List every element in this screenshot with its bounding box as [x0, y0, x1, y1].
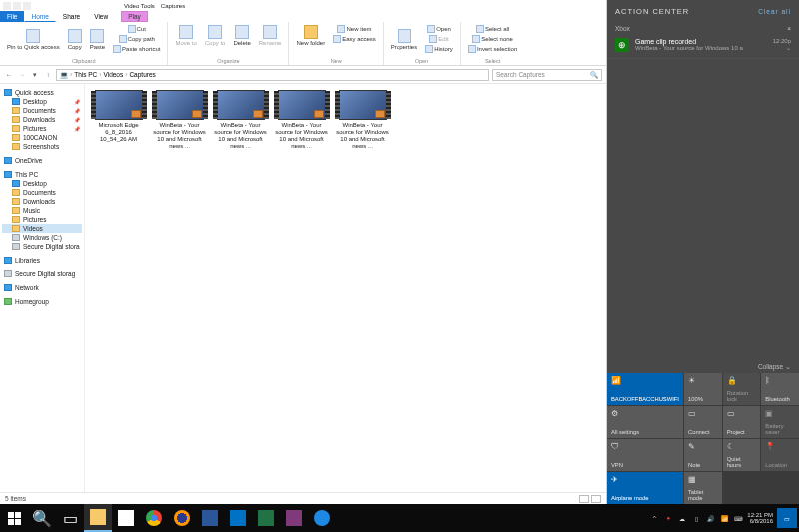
quick-action-tile[interactable]: ▭Connect	[684, 406, 722, 438]
properties-icon[interactable]	[13, 2, 21, 10]
tab-view[interactable]: View	[87, 11, 115, 22]
recent-locations-button[interactable]: ▾	[30, 70, 40, 80]
wifi-icon[interactable]: 📶	[719, 513, 729, 523]
quick-action-tile[interactable]: 📍Location	[761, 439, 799, 471]
nav-desktop-2[interactable]: Desktop	[2, 179, 82, 188]
nav-sd-card[interactable]: Secure Digital stora	[2, 242, 82, 251]
taskbar-onenote[interactable]	[280, 504, 308, 532]
clock[interactable]: 12:21 PM 6/8/2016	[747, 512, 773, 525]
clear-all-button[interactable]: Clear all	[758, 8, 791, 15]
details-view-button[interactable]	[579, 495, 589, 503]
quick-action-tile[interactable]: ✎Note	[684, 439, 722, 471]
copy-button[interactable]: Copy	[65, 24, 85, 54]
quick-action-tile[interactable]: ▭Project	[723, 406, 761, 438]
back-button[interactable]: ←	[4, 70, 14, 80]
nav-onedrive[interactable]: OneDrive	[2, 156, 82, 165]
quick-action-tile[interactable]: ▣Battery saver	[761, 406, 799, 438]
taskbar-file-explorer[interactable]	[84, 504, 112, 532]
tray-overflow-button[interactable]: ^	[649, 513, 659, 523]
folder-icon[interactable]	[3, 2, 11, 10]
tab-file[interactable]: File	[0, 11, 24, 22]
nav-pictures[interactable]: Pictures📌	[2, 124, 82, 133]
nav-c-drive[interactable]: Windows (C:)	[2, 233, 82, 242]
edit-button[interactable]: Edit	[422, 34, 456, 44]
pin-quick-access-button[interactable]: Pin to Quick access	[4, 24, 63, 54]
taskbar-chrome[interactable]	[140, 504, 168, 532]
quick-action-tile[interactable]: ✈Airplane mode	[607, 472, 683, 504]
move-to-button[interactable]: Move to	[172, 24, 199, 47]
window-titlebar[interactable]: Video Tools Captures	[0, 0, 606, 11]
navigation-pane[interactable]: Quick access Desktop📌 Documents📌 Downloa…	[0, 84, 85, 492]
thumbnails-view-button[interactable]	[591, 495, 601, 503]
rename-button[interactable]: Rename	[256, 24, 285, 47]
new-item-button[interactable]: New item	[330, 24, 379, 34]
nav-pictures-2[interactable]: Pictures	[2, 215, 82, 224]
select-all-button[interactable]: Select all	[465, 24, 520, 34]
battery-icon[interactable]: ▯	[691, 513, 701, 523]
nav-downloads[interactable]: Downloads📌	[2, 115, 82, 124]
nav-documents-2[interactable]: Documents	[2, 188, 82, 197]
nav-desktop[interactable]: Desktop📌	[2, 97, 82, 106]
nav-videos[interactable]: Videos	[2, 224, 82, 233]
quick-action-tile[interactable]: ☀100%	[684, 373, 722, 405]
search-input[interactable]: Search Captures 🔍	[492, 69, 602, 81]
file-item[interactable]: WinBeta - Your source for Windows 10 and…	[274, 90, 329, 150]
select-none-button[interactable]: Select none	[465, 34, 520, 44]
quick-action-tile[interactable]: ☾Quiet hours	[723, 439, 761, 471]
nav-network[interactable]: Network	[2, 283, 82, 292]
nav-downloads-2[interactable]: Downloads	[2, 197, 82, 206]
invert-selection-button[interactable]: Invert selection	[465, 44, 520, 54]
delete-button[interactable]: Delete	[230, 24, 253, 47]
keyboard-icon[interactable]: ⌨	[733, 513, 743, 523]
new-folder-icon[interactable]	[23, 2, 31, 10]
nav-documents[interactable]: Documents📌	[2, 106, 82, 115]
cut-button[interactable]: Cut	[110, 24, 163, 34]
collapse-button[interactable]: Collapse ⌄	[607, 361, 799, 373]
tab-share[interactable]: Share	[56, 11, 87, 22]
easy-access-button[interactable]: Easy access	[330, 34, 379, 44]
taskbar-excel[interactable]	[252, 504, 280, 532]
quick-action-tile[interactable]: ᛒBluetooth	[761, 373, 799, 405]
quick-action-tile[interactable]: 📶BACKOFFBACCHUSWIFI	[607, 373, 683, 405]
breadcrumb-captures[interactable]: Captures	[129, 71, 155, 78]
quick-action-tile[interactable]: 🔒Rotation lock	[723, 373, 761, 405]
up-button[interactable]: ↑	[43, 70, 53, 80]
nav-sd-card-2[interactable]: Secure Digital storag	[2, 269, 82, 278]
taskbar-outlook[interactable]	[224, 504, 252, 532]
close-icon[interactable]: ×	[787, 25, 791, 32]
taskbar-ie[interactable]	[308, 504, 336, 532]
taskbar-firefox[interactable]	[168, 504, 196, 532]
nav-100canon[interactable]: 100CANON	[2, 133, 82, 142]
nav-this-pc[interactable]: This PC	[2, 170, 82, 179]
breadcrumb[interactable]: 💻 › This PC › Videos › Captures	[56, 69, 489, 81]
tab-play[interactable]: Play	[121, 11, 148, 22]
volume-icon[interactable]: 🔊	[705, 513, 715, 523]
tab-home[interactable]: Home	[24, 11, 55, 22]
start-button[interactable]	[0, 504, 28, 532]
taskbar-store[interactable]	[112, 504, 140, 532]
file-item[interactable]: Microsoft Edge 6_8_2016 10_54_26 AM	[91, 90, 146, 150]
quick-action-tile[interactable]: 🛡VPN	[607, 439, 683, 471]
breadcrumb-videos[interactable]: Videos	[103, 71, 123, 78]
nav-libraries[interactable]: Libraries	[2, 256, 82, 265]
properties-button[interactable]: Properties	[388, 24, 420, 54]
copy-path-button[interactable]: Copy path	[110, 34, 163, 44]
action-center-button[interactable]: ▭	[777, 508, 797, 528]
nav-quick-access[interactable]: Quick access	[2, 88, 82, 97]
notification-item[interactable]: ⊕ Game clip recorded WinBeta - Your sour…	[607, 34, 799, 59]
open-button[interactable]: Open	[422, 24, 456, 34]
file-item[interactable]: WinBeta - Your source for Windows 10 and…	[213, 90, 268, 150]
file-list[interactable]: Microsoft Edge 6_8_2016 10_54_26 AMWinBe…	[85, 84, 606, 492]
history-button[interactable]: History	[422, 44, 456, 54]
nav-screenshots[interactable]: Screenshots	[2, 142, 82, 151]
forward-button[interactable]: →	[17, 70, 27, 80]
new-folder-button[interactable]: New folder	[293, 24, 328, 47]
taskbar-word[interactable]	[196, 504, 224, 532]
task-view-button[interactable]: ▭	[56, 504, 84, 532]
quick-action-tile[interactable]: ▦Tablet mode	[684, 472, 722, 504]
file-item[interactable]: WinBeta - Your source for Windows 10 and…	[152, 90, 207, 150]
onedrive-tray-icon[interactable]: ☁	[677, 513, 687, 523]
paste-button[interactable]: Paste	[87, 24, 108, 54]
breadcrumb-this-pc[interactable]: This PC	[74, 71, 97, 78]
paste-shortcut-button[interactable]: Paste shortcut	[110, 44, 163, 54]
